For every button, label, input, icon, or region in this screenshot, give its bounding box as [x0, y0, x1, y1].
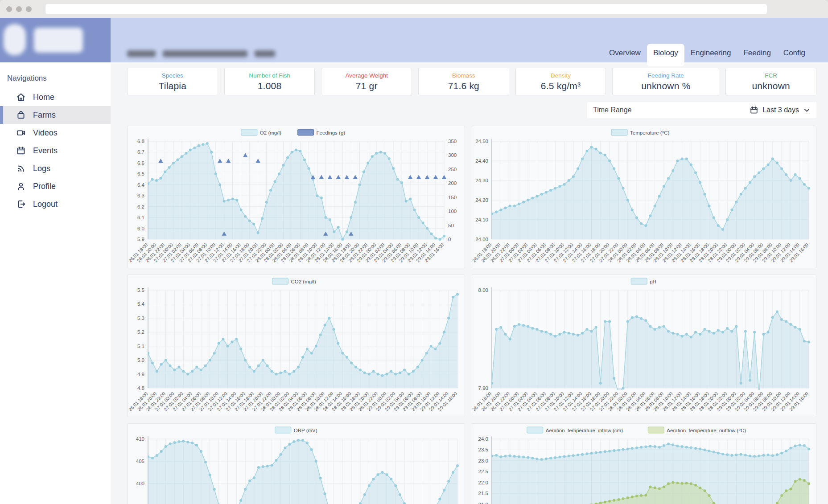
svg-text:6.4: 6.4 [137, 182, 145, 188]
chart-temperature-plot: 24.5024.4024.3024.2024.1024.0026.01 18:0… [471, 126, 816, 268]
header-tabs: OverviewBiologyEngineeringFeedingConfig [603, 44, 812, 62]
chart-ph: 8.007.9026.01 18:0026.01 20:0026.01 22:0… [471, 275, 816, 417]
stat-card-number-of-fish: Number of Fish1.008 [224, 68, 315, 95]
chart-orp-plot: 41040540039539026.01 18:0026.01 20:0026.… [128, 424, 465, 504]
svg-text:6.6: 6.6 [137, 160, 144, 166]
tab-overview[interactable]: Overview [603, 44, 647, 62]
stat-value: Tilapia [159, 81, 186, 91]
svg-text:ORP (mV): ORP (mV) [294, 428, 317, 433]
stat-card-fcr: FCRunknown [725, 68, 816, 95]
tab-config[interactable]: Config [777, 44, 812, 62]
window-control-dot[interactable] [26, 6, 32, 12]
farm-title-blob [163, 50, 247, 57]
svg-text:22.5: 22.5 [478, 469, 488, 474]
window-control-dot[interactable] [16, 6, 22, 12]
chart-ph-plot: 8.007.9026.01 18:0026.01 20:0026.01 22:0… [471, 275, 816, 417]
svg-text:100: 100 [448, 209, 457, 214]
tab-feeding[interactable]: Feeding [737, 44, 777, 62]
stat-label: Average Weight [345, 72, 388, 79]
logo-blur-text [34, 28, 83, 53]
stat-card-species: SpeciesTilapia [127, 68, 218, 95]
svg-text:5.9: 5.9 [137, 237, 144, 242]
home-icon [16, 92, 26, 102]
url-bar[interactable] [45, 4, 767, 14]
svg-text:23.0: 23.0 [478, 458, 488, 463]
svg-text:6.3: 6.3 [137, 193, 144, 198]
stat-card-biomass: Biomass71.6 kg [418, 68, 509, 95]
svg-text:6.2: 6.2 [137, 204, 144, 209]
svg-text:0: 0 [448, 237, 451, 242]
sidebar-nav: HomeFarmsVideosEventsLogsProfileLogout [0, 88, 111, 213]
sidebar-item-farms[interactable]: Farms [0, 106, 111, 124]
stat-label: FCR [765, 72, 777, 79]
svg-text:405: 405 [136, 459, 144, 464]
svg-text:O2 (mg/l): O2 (mg/l) [260, 130, 281, 135]
svg-text:410: 410 [136, 436, 144, 442]
stat-card-density: Density6.5 kg/m³ [515, 68, 606, 95]
chart-o2-feedings-plot: 6.86.76.66.56.46.36.26.16.05.93503002502… [128, 126, 465, 268]
stat-label: Feeding Rate [648, 72, 684, 79]
stat-label: Species [162, 72, 183, 79]
stat-value: 1.008 [258, 81, 282, 91]
video-icon [16, 128, 26, 138]
svg-text:24.0: 24.0 [478, 436, 488, 442]
header-banner: OverviewBiologyEngineeringFeedingConfig [111, 18, 828, 62]
svg-text:7.90: 7.90 [478, 385, 488, 391]
svg-text:350: 350 [448, 139, 457, 144]
stat-value: 71 gr [356, 81, 378, 91]
svg-text:8.00: 8.00 [478, 287, 488, 293]
svg-text:5.4: 5.4 [137, 301, 145, 307]
svg-text:150: 150 [448, 195, 457, 200]
svg-text:5.3: 5.3 [137, 316, 144, 321]
time-range-select[interactable]: Time Range Last 3 days [587, 102, 816, 118]
stat-value: unknown % [641, 81, 690, 91]
farm-title-blob [127, 50, 156, 57]
svg-text:24.00: 24.00 [475, 237, 488, 242]
svg-text:24.20: 24.20 [475, 197, 488, 203]
calendar-icon [16, 146, 26, 156]
sidebar-item-home[interactable]: Home [0, 88, 111, 106]
svg-text:5.1: 5.1 [137, 344, 144, 349]
sidebar-item-events[interactable]: Events [0, 142, 111, 160]
farm-title-blurred [127, 50, 275, 57]
sidebar: Navigations HomeFarmsVideosEventsLogsPro… [0, 18, 111, 504]
svg-text:400: 400 [136, 481, 144, 486]
svg-text:4.8: 4.8 [137, 385, 144, 391]
svg-text:300: 300 [448, 152, 457, 158]
svg-text:200: 200 [448, 180, 457, 186]
browser-window: Navigations HomeFarmsVideosEventsLogsPro… [0, 0, 828, 504]
svg-text:22.0: 22.0 [478, 480, 488, 485]
svg-text:Temperature (°C): Temperature (°C) [630, 130, 669, 135]
sidebar-item-logout[interactable]: Logout [0, 195, 111, 213]
sidebar-header: Navigations [7, 74, 111, 83]
stat-value: 6.5 kg/m³ [541, 81, 581, 91]
sidebar-item-videos[interactable]: Videos [0, 124, 111, 142]
logs-icon [16, 164, 26, 173]
charts-grid: 6.86.76.66.56.46.36.26.16.05.93503002502… [127, 126, 816, 504]
stat-card-feeding-rate: Feeding Rateunknown % [612, 68, 719, 95]
tab-engineering[interactable]: Engineering [684, 44, 737, 62]
time-range-label: Time Range [593, 106, 632, 114]
svg-text:24.50: 24.50 [475, 139, 488, 144]
chevron-down-icon [803, 107, 811, 114]
svg-text:6.0: 6.0 [137, 226, 144, 231]
stat-label: Density [551, 72, 571, 79]
svg-text:23.5: 23.5 [478, 447, 488, 452]
svg-text:5.0: 5.0 [137, 357, 144, 363]
svg-text:Feedings (g): Feedings (g) [317, 130, 346, 135]
chart-aeration-temperature: 24.023.523.022.522.021.521.020.520.019.5… [471, 423, 816, 504]
window-control-dot[interactable] [6, 6, 12, 12]
farm-title-blob [255, 50, 275, 57]
sidebar-item-logs[interactable]: Logs [0, 160, 111, 177]
chart-co2: 5.55.45.35.25.15.04.94.826.01 18:0026.01… [127, 275, 465, 417]
chart-temperature: 24.5024.4024.3024.2024.1024.0026.01 18:0… [471, 126, 816, 268]
svg-text:6.7: 6.7 [137, 149, 144, 155]
tab-biology[interactable]: Biology [647, 44, 684, 66]
logo-blur-mark [4, 24, 26, 55]
chart-co2-plot: 5.55.45.35.25.15.04.94.826.01 18:0026.01… [128, 275, 465, 417]
calendar-icon [750, 106, 758, 115]
sidebar-item-profile[interactable]: Profile [0, 177, 111, 195]
time-range-value: Last 3 days [762, 106, 799, 114]
svg-text:pH: pH [650, 279, 656, 284]
app-logo [0, 18, 111, 62]
